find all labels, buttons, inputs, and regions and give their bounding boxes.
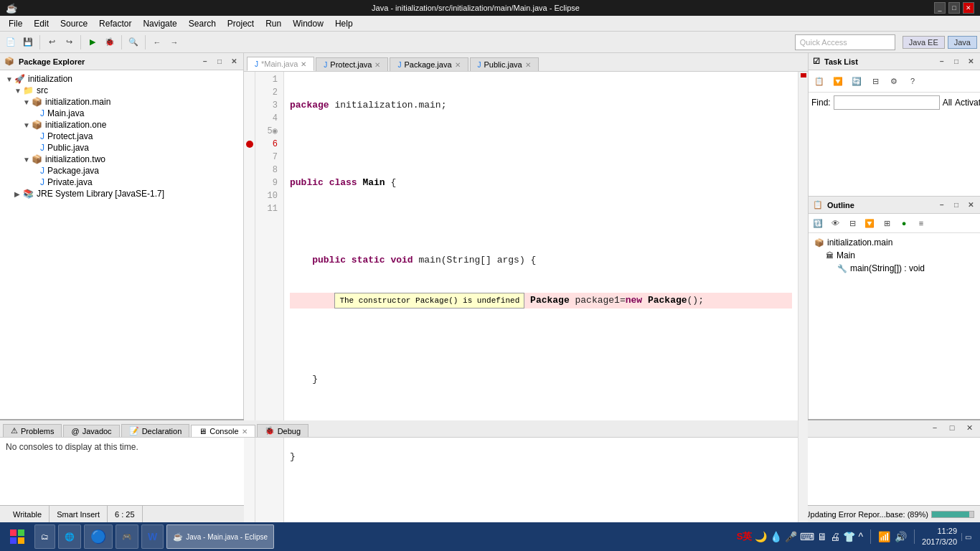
- outline-item-main-method[interactable]: 🔧 main(String[]) : void: [811, 262, 977, 275]
- tab-console[interactable]: 🖥 Console ✕: [191, 425, 255, 437]
- outline-minimize[interactable]: −: [937, 200, 947, 210]
- package-explorer-close[interactable]: ✕: [229, 57, 239, 67]
- toolbar-redo[interactable]: ↪: [61, 34, 77, 50]
- outline-item-main-class[interactable]: 🏛 Main: [811, 249, 977, 262]
- tab-main-java[interactable]: J *Main.java ✕: [247, 57, 314, 71]
- menu-search[interactable]: Search: [183, 17, 222, 30]
- tree-src[interactable]: ▼ 📁 src: [0, 85, 243, 96]
- task-find-input[interactable]: [834, 95, 940, 110]
- task-list-minimize[interactable]: −: [937, 57, 947, 67]
- menu-window[interactable]: Window: [287, 17, 329, 30]
- bottom-maximize[interactable]: □: [944, 420, 960, 435]
- outline-sort-btn[interactable]: 🔃: [810, 215, 826, 231]
- tree-package-java[interactable]: J Package.java: [0, 165, 243, 176]
- tree-main-java[interactable]: J Main.java: [0, 108, 243, 119]
- task-help-btn[interactable]: ?: [905, 73, 920, 89]
- tree-public-java[interactable]: J Public.java: [0, 142, 243, 154]
- menu-help[interactable]: Help: [329, 17, 359, 30]
- toolbar-undo[interactable]: ↩: [44, 34, 60, 50]
- toolbar-debug[interactable]: 🐞: [102, 34, 118, 50]
- outline-green-btn[interactable]: ●: [896, 215, 912, 231]
- tab-close-protect[interactable]: ✕: [374, 61, 380, 69]
- perspective-java[interactable]: Java: [948, 36, 977, 49]
- tree-init-main-pkg[interactable]: ▼ 📦 initialization.main: [0, 96, 243, 108]
- menu-edit[interactable]: Edit: [28, 17, 55, 30]
- outline-collapse-all[interactable]: ⊟: [844, 215, 860, 231]
- task-refresh-btn[interactable]: 🔄: [849, 73, 864, 89]
- task-filter-btn[interactable]: 🔽: [830, 73, 846, 89]
- tray-printer[interactable]: 🖨: [830, 531, 840, 542]
- tree-protect-java[interactable]: J Protect.java: [0, 131, 243, 142]
- taskbar-game[interactable]: 🎮: [116, 524, 138, 549]
- tab-close-package[interactable]: ✕: [455, 61, 461, 69]
- package-explorer-maximize[interactable]: □: [215, 57, 225, 67]
- outline-expand-btn[interactable]: ⊞: [879, 215, 895, 231]
- editor-scrollbar[interactable]: [798, 72, 808, 529]
- task-new-btn[interactable]: 📋: [811, 73, 827, 89]
- perspective-javaee[interactable]: Java EE: [903, 36, 945, 49]
- taskbar-explorer[interactable]: 🗂: [34, 524, 55, 549]
- outline-more-btn[interactable]: ≡: [913, 215, 929, 231]
- tree-init-one-pkg[interactable]: ▼ 📦 initialization.one: [0, 119, 243, 131]
- tray-more[interactable]: ^: [858, 531, 863, 542]
- taskbar-word[interactable]: W: [141, 524, 164, 549]
- tab-problems[interactable]: ⚠ Problems: [3, 424, 62, 437]
- toolbar-new[interactable]: 📄: [3, 34, 19, 50]
- tray-keyboard[interactable]: ⌨: [800, 531, 814, 542]
- task-list-close[interactable]: ✕: [966, 57, 976, 67]
- taskbar-eclipse-active[interactable]: ☕ Java - Main.java - Eclipse: [166, 524, 274, 549]
- tree-init-two-pkg[interactable]: ▼ 📦 initialization.two: [0, 154, 243, 165]
- network-icon[interactable]: 📶: [878, 531, 890, 542]
- tab-public-java[interactable]: J Public.java ✕: [470, 57, 539, 71]
- tray-drop[interactable]: 💧: [770, 531, 782, 542]
- menu-refactor[interactable]: Refactor: [93, 17, 137, 30]
- outline-filter-btn[interactable]: 🔽: [862, 215, 877, 231]
- tab-close-console[interactable]: ✕: [242, 428, 248, 435]
- menu-run[interactable]: Run: [260, 17, 287, 30]
- tree-jre[interactable]: ▶ 📚 JRE System Library [JavaSE-1.7]: [0, 188, 243, 199]
- close-button[interactable]: ✕: [963, 2, 974, 14]
- taskbar-chrome[interactable]: 🔵: [84, 524, 113, 549]
- outline-hide-btn[interactable]: 👁: [827, 215, 843, 231]
- toolbar-save[interactable]: 💾: [20, 34, 36, 50]
- tray-moon[interactable]: 🌙: [755, 531, 767, 542]
- quick-access-input[interactable]: Quick Access: [795, 34, 895, 50]
- task-list-maximize[interactable]: □: [951, 57, 961, 67]
- toolbar-search[interactable]: 🔍: [126, 34, 141, 50]
- tray-shirt[interactable]: 👕: [843, 531, 855, 542]
- code-editor[interactable]: package initialization.main; public clas…: [284, 72, 798, 529]
- tray-mic[interactable]: 🎤: [785, 531, 797, 542]
- toolbar-forward[interactable]: →: [166, 34, 182, 50]
- outline-maximize[interactable]: □: [951, 200, 961, 210]
- menu-source[interactable]: Source: [55, 17, 93, 30]
- package-explorer-minimize[interactable]: −: [200, 57, 210, 67]
- tray-display[interactable]: 🖥: [817, 531, 827, 542]
- tab-javadoc[interactable]: @ Javadoc: [63, 425, 119, 437]
- volume-icon[interactable]: 🔊: [895, 531, 907, 542]
- taskbar-browser[interactable]: 🌐: [58, 524, 81, 549]
- toolbar-back[interactable]: ←: [149, 34, 165, 50]
- tab-close-public2[interactable]: ✕: [525, 61, 531, 69]
- tab-declaration[interactable]: 📝 Declaration: [121, 424, 190, 437]
- tab-package-java[interactable]: J Package.java ✕: [390, 57, 468, 71]
- task-settings-btn[interactable]: ⚙: [886, 73, 902, 89]
- tray-sougou[interactable]: S英: [737, 530, 753, 543]
- tree-private-java[interactable]: J Private.java: [0, 176, 243, 188]
- show-desktop-btn[interactable]: ▭: [961, 533, 971, 541]
- toolbar-run[interactable]: ▶: [85, 34, 100, 50]
- tree-initialization[interactable]: ▼ 🚀 initialization: [0, 73, 243, 85]
- menu-file[interactable]: File: [3, 17, 28, 30]
- menu-project[interactable]: Project: [222, 17, 260, 30]
- restore-button[interactable]: □: [948, 2, 960, 14]
- minimize-button[interactable]: _: [934, 2, 946, 14]
- start-button[interactable]: [3, 524, 32, 549]
- bottom-minimize[interactable]: −: [927, 420, 943, 435]
- task-collapse-btn[interactable]: ⊟: [867, 73, 883, 89]
- bottom-close[interactable]: ✕: [961, 420, 977, 435]
- outline-close[interactable]: ✕: [966, 200, 976, 210]
- tab-close-main[interactable]: ✕: [301, 60, 306, 68]
- menu-navigate[interactable]: Navigate: [137, 17, 182, 30]
- outline-item-package[interactable]: 📦 initialization.main: [811, 236, 977, 249]
- taskbar-clock[interactable]: 11:29 2017/3/20: [922, 526, 957, 548]
- tab-protect-java[interactable]: J Protect.java ✕: [316, 57, 388, 71]
